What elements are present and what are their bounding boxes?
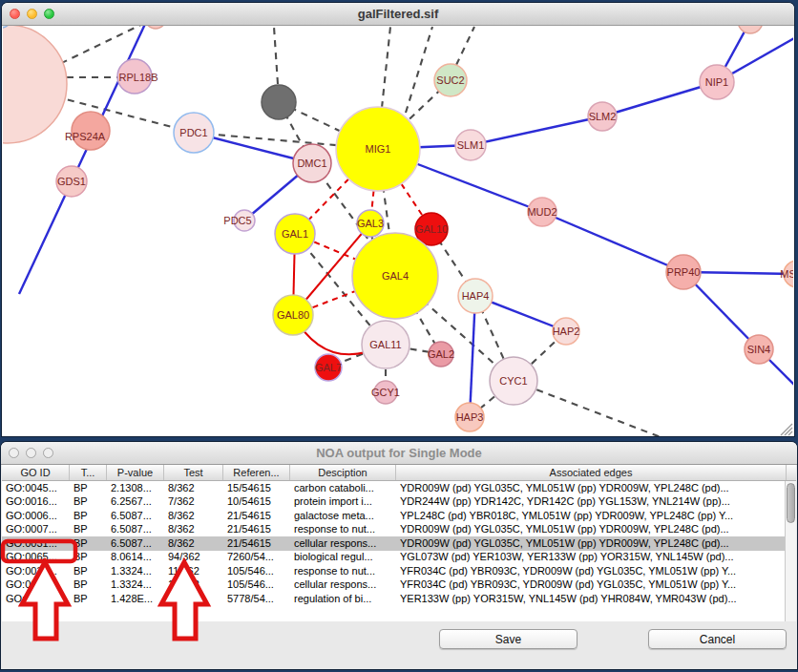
column-header-referen-[interactable]: Referen... <box>223 465 290 480</box>
graph-node-label: NIP1 <box>705 76 728 88</box>
cell: BP <box>74 578 106 592</box>
cell: BP <box>74 494 106 509</box>
graph-node-label: PRP40 <box>667 266 701 278</box>
window-title: galFiltered.sif <box>358 7 439 21</box>
cell: protein import i... <box>294 494 395 509</box>
cell: BP <box>74 522 106 536</box>
graph-node-topp[interactable] <box>145 26 166 29</box>
graph-edge <box>382 27 390 108</box>
cell: YDR009W (pd) YGL035C, YML051W (pp) YDR00… <box>400 481 786 495</box>
cell: GO:0006... <box>6 509 69 523</box>
table-row[interactable]: GO:0007...BP6.5087...8/36221/54615respon… <box>2 522 796 536</box>
column-header-test[interactable]: Test <box>164 465 223 480</box>
minimize-button[interactable] <box>26 448 36 458</box>
cell: GO:0050... <box>6 592 69 606</box>
cell: 80/362 <box>168 592 222 606</box>
graph-node-label: MIG1 <box>366 143 391 155</box>
graph-edge <box>470 296 475 417</box>
table-row[interactable]: GO:0031...BP1.3324...11/362105/546...cel… <box>2 578 796 592</box>
zoom-button[interactable] <box>44 9 54 19</box>
graph-node-label: HAP3 <box>456 411 484 423</box>
graph-node-label: PDC5 <box>223 215 251 226</box>
table-row[interactable]: GO:0031...BP6.5087...8/36221/54615cellul… <box>2 536 796 551</box>
graph-node-label: SLM2 <box>589 111 617 122</box>
minimize-button[interactable] <box>27 9 37 19</box>
graph-node-big[interactable] <box>3 26 67 143</box>
column-header-t-[interactable]: T... <box>70 465 107 480</box>
close-button[interactable] <box>10 9 20 19</box>
cell: 7260/54... <box>227 550 289 564</box>
network-window: galFiltered.sif RPL18BRPS24AGDS1PDC1MIG1… <box>2 3 794 436</box>
table-scrollbar[interactable] <box>785 481 796 621</box>
cell: GO:0045... <box>6 481 69 495</box>
graph-node-label: MUD2 <box>527 206 556 218</box>
window-title: NOA output for Single Mode <box>316 446 482 460</box>
cell: YDR009W (pd) YGL035C, YML051W (pp) YDR00… <box>400 536 786 551</box>
cell: 1.428E... <box>111 592 163 606</box>
column-header-desciption[interactable]: Desciption <box>290 465 396 480</box>
graph-node-label: GAL7 <box>315 362 342 373</box>
cell: BP <box>74 536 106 551</box>
cell: 8/362 <box>168 481 222 495</box>
cancel-button[interactable]: Cancel <box>648 629 787 649</box>
zoom-button[interactable] <box>43 448 53 458</box>
cell: YER133W (pp) YOR315W, YNL145W (pd) YHR08… <box>400 592 786 606</box>
network-graph[interactable]: RPL18BRPS24AGDS1PDC1MIG1DMC1SUC2SLM1SLM2… <box>3 26 793 436</box>
graph-edge <box>542 212 683 272</box>
column-header-associated-edges[interactable]: Associated edges <box>396 465 787 480</box>
cell: GO:0007... <box>6 522 69 536</box>
network-canvas[interactable]: RPL18BRPS24AGDS1PDC1MIG1DMC1SUC2SLM1SLM2… <box>3 26 793 436</box>
cell: 2.1308... <box>111 481 163 495</box>
cell: BP <box>74 592 106 606</box>
graph-node-label: DMC1 <box>297 158 326 169</box>
cell: 1.3324... <box>111 578 163 592</box>
graph-edge <box>602 82 717 116</box>
cell: galactose meta... <box>294 509 395 523</box>
resize-grip[interactable] <box>788 431 792 435</box>
table-row[interactable]: GO:0050...BP1.428E...80/3625778/54...reg… <box>2 592 796 606</box>
cell: 6.5087... <box>111 509 163 523</box>
cell: 15/54615 <box>227 481 289 495</box>
cell: 11/362 <box>168 564 222 578</box>
graph-node-label: GAL3 <box>357 218 384 229</box>
graph-node-gray[interactable] <box>262 85 296 119</box>
table-row[interactable]: GO:0065...BP8.0614...94/3627260/54...bio… <box>2 550 796 564</box>
cell: BP <box>74 564 106 578</box>
graph-node-topr[interactable] <box>738 26 763 33</box>
table-row[interactable]: GO:0006...BP6.5087...8/36221/54615galact… <box>2 509 796 523</box>
graph-node-label: GAL10 <box>415 223 448 235</box>
column-header-scroll[interactable] <box>787 465 797 480</box>
table-row[interactable]: GO:0016...BP6.2567...7/36210/54615protei… <box>2 494 796 509</box>
column-header-go-id[interactable]: GO ID <box>2 465 70 480</box>
cell: YGL073W (pd) YER103W, YER133W (pp) YOR31… <box>400 550 786 564</box>
cell: 105/546... <box>227 564 289 578</box>
window-controls <box>10 3 54 25</box>
graph-node-label: GAL11 <box>369 339 401 350</box>
cell: 8/362 <box>168 522 222 536</box>
cell: cellular respons... <box>294 578 395 592</box>
cell: 8.0614... <box>111 550 163 564</box>
cell: YFR034C (pd) YBR093C, YDR009W (pd) YGL03… <box>400 564 786 578</box>
noa-window-controls <box>9 442 53 464</box>
graph-node-label: GDS1 <box>57 176 86 187</box>
cell: 94/362 <box>168 550 222 564</box>
graph-node-label: HAP2 <box>553 326 580 337</box>
graph-node-label: MSI <box>780 268 793 280</box>
cell: 21/54615 <box>227 509 289 523</box>
graph-node-label: SUC2 <box>436 74 464 86</box>
resize-grip[interactable] <box>785 428 792 435</box>
graph-edge <box>274 27 278 84</box>
cell: 1.3324... <box>111 564 163 578</box>
graph-node-label: GAL80 <box>277 309 309 321</box>
cell: 10/54615 <box>227 494 289 509</box>
graph-node-label: RPL18B <box>119 72 158 83</box>
cell: 8/362 <box>168 509 222 523</box>
save-button[interactable]: Save <box>439 629 578 649</box>
table-row[interactable]: GO:0045...BP2.1308...8/36215/54615carbon… <box>2 481 796 495</box>
cell: 5778/54... <box>227 592 289 606</box>
column-header-p-value[interactable]: P-value <box>107 465 164 480</box>
close-button[interactable] <box>9 448 19 458</box>
table-row[interactable]: GO:0031...BP1.3324...11/362105/546...res… <box>2 564 796 578</box>
scrollbar-thumb[interactable] <box>787 483 795 523</box>
cell: 6.2567... <box>111 494 163 509</box>
